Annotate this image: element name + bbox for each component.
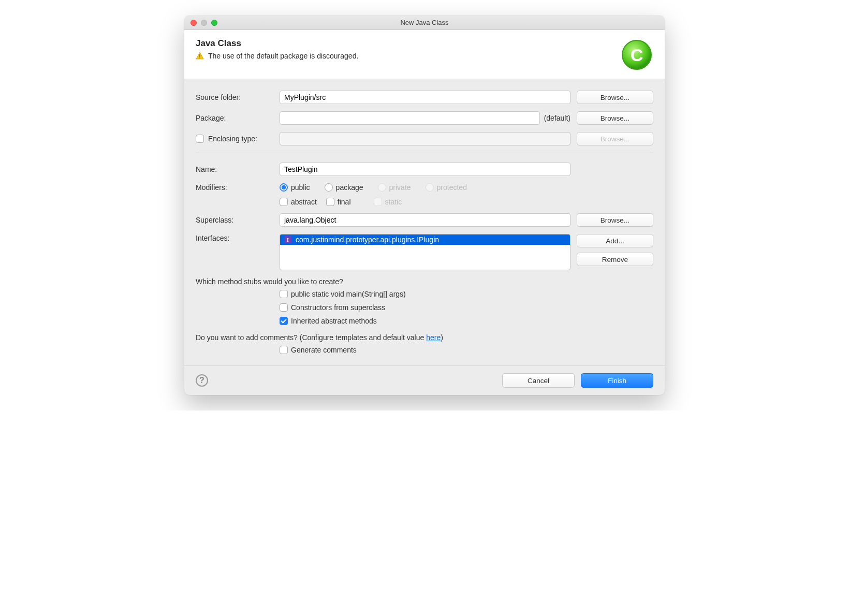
modifier-abstract-checkbox[interactable] <box>280 198 288 206</box>
modifier-private-radio <box>378 183 386 192</box>
interfaces-label: Interfaces: <box>196 234 273 242</box>
package-label: Package: <box>196 114 273 122</box>
svg-rect-0 <box>199 54 200 57</box>
wizard-logo-icon: C <box>620 38 653 71</box>
modifier-private-label: private <box>389 183 411 192</box>
finish-button[interactable]: Finish <box>581 373 653 388</box>
generate-comments-checkbox[interactable] <box>280 346 288 354</box>
modifier-public-label: public <box>291 183 310 192</box>
interface-item[interactable]: I com.justinmind.prototyper.api.plugins.… <box>280 234 570 245</box>
name-label: Name: <box>196 165 273 173</box>
modifier-final-label: final <box>338 198 351 206</box>
enclosing-type-label: Enclosing type: <box>208 135 257 143</box>
modifier-package-radio[interactable] <box>325 183 333 192</box>
modifier-protected-label: protected <box>437 183 467 192</box>
configure-templates-link[interactable]: here <box>426 333 441 342</box>
divider <box>196 153 653 153</box>
interfaces-add-button[interactable]: Add... <box>577 234 653 247</box>
stubs-question: Which method stubs would you like to cre… <box>196 277 653 286</box>
modifier-protected-radio <box>426 183 434 192</box>
svg-rect-1 <box>199 57 200 58</box>
help-icon[interactable]: ? <box>196 374 208 387</box>
interface-icon: I <box>284 236 291 243</box>
form-body: Source folder: Browse... Package: (defau… <box>184 79 665 365</box>
comments-question-suffix: ) <box>441 333 443 342</box>
modifier-public-radio[interactable] <box>280 183 288 192</box>
stub-main-label: public static void main(String[] args) <box>291 290 406 298</box>
dialog-header: Java Class The use of the default packag… <box>184 30 665 79</box>
stub-inherited-label: Inherited abstract methods <box>291 317 377 325</box>
comments-question-prefix: Do you want to add comments? (Configure … <box>196 333 426 342</box>
cancel-button[interactable]: Cancel <box>502 373 575 388</box>
titlebar: New Java Class <box>184 16 665 30</box>
stub-inherited-checkbox[interactable] <box>280 317 288 325</box>
superclass-browse-button[interactable]: Browse... <box>577 213 653 227</box>
source-folder-browse-button[interactable]: Browse... <box>577 91 653 104</box>
warning-text: The use of the default package is discou… <box>208 52 358 60</box>
modifier-static-label: static <box>385 198 402 206</box>
package-input[interactable] <box>280 111 540 125</box>
source-folder-input[interactable] <box>280 91 570 104</box>
enclosing-type-input <box>280 132 570 145</box>
modifier-abstract-label: abstract <box>291 198 317 206</box>
modifiers-label: Modifiers: <box>196 183 273 192</box>
modifier-static-checkbox <box>374 198 382 206</box>
modifier-final-checkbox[interactable] <box>326 198 334 206</box>
dialog-footer: ? Cancel Finish <box>184 365 665 395</box>
stub-constructors-checkbox[interactable] <box>280 303 288 312</box>
modifier-package-label: package <box>336 183 363 192</box>
enclosing-type-checkbox[interactable] <box>196 135 204 143</box>
name-input[interactable] <box>280 163 570 176</box>
window-title: New Java Class <box>184 19 665 26</box>
package-default-tag: (default) <box>544 114 570 122</box>
interfaces-list[interactable]: I com.justinmind.prototyper.api.plugins.… <box>280 234 570 270</box>
interfaces-remove-button[interactable]: Remove <box>577 253 653 266</box>
source-folder-label: Source folder: <box>196 93 273 101</box>
stub-main-checkbox[interactable] <box>280 290 288 298</box>
stub-constructors-label: Constructors from superclass <box>291 303 385 312</box>
enclosing-type-browse-button: Browse... <box>577 132 653 145</box>
dialog-window: New Java Class Java Class The use of the… <box>184 16 665 395</box>
package-browse-button[interactable]: Browse... <box>577 111 653 125</box>
svg-text:C: C <box>631 45 643 65</box>
interface-item-label: com.justinmind.prototyper.api.plugins.IP… <box>296 236 439 244</box>
superclass-label: Superclass: <box>196 216 273 224</box>
superclass-input[interactable] <box>280 213 570 227</box>
warning-icon <box>196 52 204 60</box>
generate-comments-label: Generate comments <box>291 346 357 354</box>
comments-question: Do you want to add comments? (Configure … <box>196 333 653 342</box>
page-title: Java Class <box>196 38 620 49</box>
